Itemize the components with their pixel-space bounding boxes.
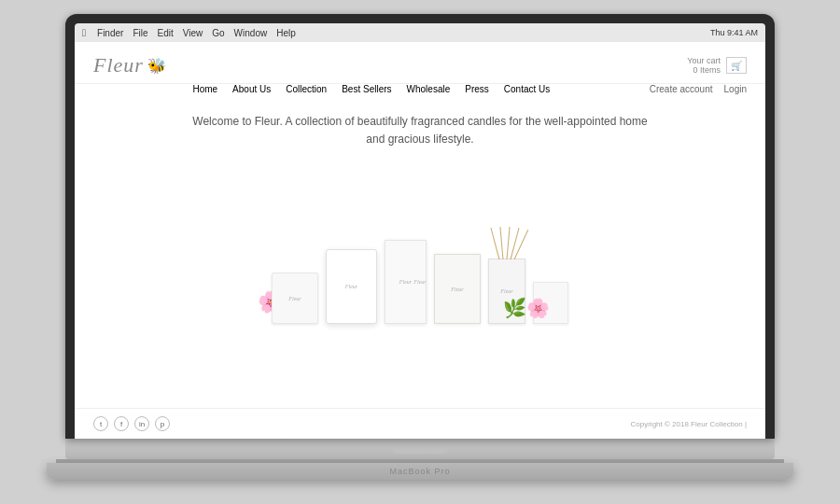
product-label-4: Fleur xyxy=(451,287,463,292)
flower-decoration-right: 🌿🌸 xyxy=(503,297,550,319)
hero-line1: Welcome to Fleur. A collection of beauti… xyxy=(93,113,747,131)
nav-contact[interactable]: Contact Us xyxy=(504,84,550,94)
menubar-go[interactable]: Go xyxy=(212,28,224,38)
apple-icon:  xyxy=(82,27,86,38)
laptop-model-label: MacBook Pro xyxy=(389,467,450,476)
nav-press[interactable]: Press xyxy=(465,84,489,94)
site-header: Fleur 🐝 Your cart 0 Items 🛒 xyxy=(75,42,765,84)
menubar-window[interactable]: Window xyxy=(234,28,268,38)
product-label-1: Fleur xyxy=(288,296,301,301)
cart-icon[interactable]: 🛒 xyxy=(726,57,747,74)
stick-1 xyxy=(490,228,499,259)
pinterest-icon[interactable]: p xyxy=(155,416,170,431)
menubar-items: Finder File Edit View Go Window Help xyxy=(97,28,296,38)
product-box-honey: Fleur xyxy=(434,254,481,324)
site-footer: t f in p Copyright © 2018 Fleur Collecti… xyxy=(75,408,765,439)
menubar-file[interactable]: File xyxy=(133,28,147,38)
site-nav: Home About Us Collection Best Sellers Wh… xyxy=(93,84,650,94)
camera-notch xyxy=(392,446,448,454)
menubar-edit[interactable]: Edit xyxy=(158,28,174,38)
twitter-icon[interactable]: t xyxy=(93,416,108,431)
screen-bezel:  Finder File Edit View Go Window Help T… xyxy=(65,14,775,439)
product-label-3: Fleur xyxy=(399,279,412,285)
mac-menubar:  Finder File Edit View Go Window Help T… xyxy=(75,23,765,42)
laptop-container:  Finder File Edit View Go Window Help T… xyxy=(56,14,784,490)
bee-icon: 🐝 xyxy=(147,57,166,75)
hero-line2: and gracious lifestyle. xyxy=(93,131,747,148)
cart-label: Your cart xyxy=(687,56,721,65)
laptop-base: MacBook Pro xyxy=(47,463,793,480)
site-nav-wrapper: Home About Us Collection Best Sellers Wh… xyxy=(75,84,765,94)
stick-2 xyxy=(499,227,503,259)
hero-section: Welcome to Fleur. A collection of beauti… xyxy=(75,94,765,156)
footer-copyright: Copyright © 2018 Fleur Collection | xyxy=(631,420,747,428)
site-logo[interactable]: Fleur xyxy=(93,53,144,77)
products-visual: 🌸🌿 Fleur Fleur Fleur xyxy=(272,240,568,324)
nav-right: Create account Login xyxy=(650,84,747,94)
menubar-finder[interactable]: Finder xyxy=(97,28,123,38)
product-label-6: Fleur xyxy=(413,279,426,285)
product-label-2: Fleur xyxy=(345,284,357,289)
stick-3 xyxy=(507,227,511,259)
screen-content: Fleur 🐝 Your cart 0 Items 🛒 Home Abou xyxy=(75,42,765,439)
diffuser-sticks xyxy=(499,227,515,259)
product-candle-tall: Fleur xyxy=(326,249,377,324)
menubar-time: Thu 9:41 AM xyxy=(710,28,758,37)
nav-collection[interactable]: Collection xyxy=(286,84,327,94)
cart-info: Your cart 0 Items 🛒 xyxy=(687,56,747,75)
nav-create-account[interactable]: Create account xyxy=(650,84,713,94)
nav-wholesale[interactable]: Wholesale xyxy=(407,84,451,94)
footer-social: t f in p xyxy=(93,416,170,431)
menubar-help[interactable]: Help xyxy=(276,28,296,38)
nav-login[interactable]: Login xyxy=(724,84,747,94)
cart-items: 0 Items xyxy=(687,65,721,75)
menubar-right: Thu 9:41 AM xyxy=(710,28,758,37)
screen-chin xyxy=(65,439,775,459)
website: Fleur 🐝 Your cart 0 Items 🛒 Home Abou xyxy=(75,42,765,439)
product-candle-small: Fleur xyxy=(272,273,318,324)
facebook-icon[interactable]: f xyxy=(114,416,129,431)
product-area: 🌸🌿 Fleur Fleur Fleur xyxy=(75,156,765,408)
nav-about[interactable]: About Us xyxy=(232,84,271,94)
menubar-view[interactable]: View xyxy=(183,28,203,38)
nav-best-sellers[interactable]: Best Sellers xyxy=(342,84,391,94)
nav-home[interactable]: Home xyxy=(192,84,217,94)
instagram-icon[interactable]: in xyxy=(134,416,149,431)
product-label-5: Fleur xyxy=(500,288,512,294)
